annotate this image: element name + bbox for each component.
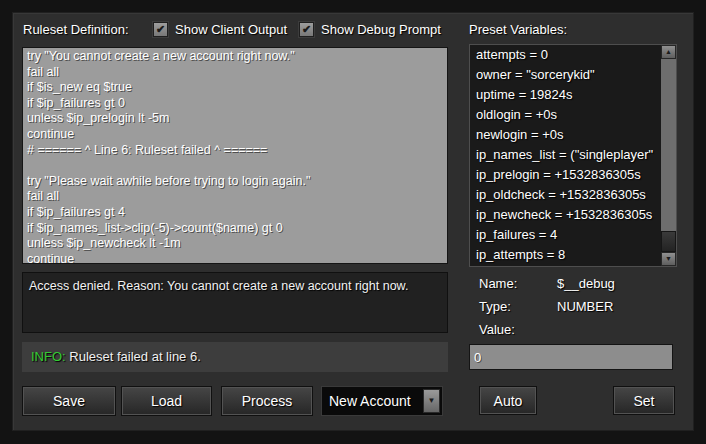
value-label: Value: bbox=[479, 322, 515, 337]
ruleset-editor[interactable]: try "You cannot create a new account rig… bbox=[22, 47, 448, 264]
auto-button[interactable]: Auto bbox=[479, 386, 537, 415]
process-button[interactable]: Process bbox=[221, 386, 313, 416]
preset-variable-row[interactable]: owner = "sorcerykid" bbox=[470, 65, 661, 85]
preset-variable-row[interactable]: ip_names_list = ("singleplayer" bbox=[470, 145, 661, 165]
list-scrollbar[interactable]: ▲ ▼ bbox=[661, 45, 676, 266]
client-output-box[interactable]: Access denied. Reason: You cannot create… bbox=[22, 272, 448, 333]
info-label: INFO: bbox=[31, 349, 66, 364]
scrollbar-track[interactable] bbox=[661, 59, 676, 252]
preset-variable-row[interactable]: newlogin = +0s bbox=[470, 125, 661, 145]
show-debug-prompt-checkbox[interactable]: ✔ bbox=[299, 22, 314, 37]
preset-variable-row[interactable]: ip_attempts = 8 bbox=[470, 245, 661, 265]
main-panel: Ruleset Definition: ✔ Show Client Output… bbox=[12, 12, 694, 431]
preset-variable-row[interactable]: uptime = 19824s bbox=[470, 85, 661, 105]
load-button[interactable]: Load bbox=[121, 386, 212, 416]
show-client-output-checkbox[interactable]: ✔ bbox=[153, 22, 168, 37]
preset-variable-row[interactable]: attempts = 0 bbox=[470, 45, 661, 65]
preset-variable-row[interactable]: ip_prelogin = +1532836305s bbox=[470, 165, 661, 185]
status-message: Ruleset failed at line 6. bbox=[66, 349, 201, 364]
name-label: Name: bbox=[479, 276, 517, 291]
preset-variable-row[interactable]: ip_oldcheck = +1532836305s bbox=[470, 185, 661, 205]
save-button[interactable]: Save bbox=[22, 386, 116, 416]
preset-variable-row[interactable]: ip_failures = 4 bbox=[470, 225, 661, 245]
preset-variables-rows: attempts = 0owner = "sorcerykid"uptime =… bbox=[470, 45, 661, 266]
show-debug-prompt-label: Show Debug Prompt bbox=[321, 22, 441, 37]
show-client-output-label: Show Client Output bbox=[175, 22, 287, 37]
scroll-down-icon[interactable]: ▼ bbox=[661, 252, 676, 266]
ruleset-definition-label: Ruleset Definition: bbox=[23, 22, 129, 37]
value-input[interactable] bbox=[469, 344, 673, 370]
name-value: $__debug bbox=[557, 276, 615, 291]
check-icon: ✔ bbox=[156, 23, 165, 35]
ruleset-debugger-window: Ruleset Definition: ✔ Show Client Output… bbox=[0, 0, 706, 444]
type-value: NUMBER bbox=[557, 299, 613, 314]
preset-variables-list[interactable]: attempts = 0owner = "sorcerykid"uptime =… bbox=[469, 44, 677, 267]
type-label: Type: bbox=[479, 299, 511, 314]
preset-variable-row[interactable]: oldlogin = +0s bbox=[470, 105, 661, 125]
check-icon: ✔ bbox=[302, 23, 311, 35]
status-bar: INFO: Ruleset failed at line 6. bbox=[22, 342, 448, 372]
ruleset-select-dropdown[interactable]: New Account ▼ bbox=[321, 386, 443, 416]
scrollbar-thumb[interactable] bbox=[661, 231, 676, 252]
scroll-up-icon[interactable]: ▲ bbox=[661, 45, 676, 59]
preset-variables-title: Preset Variables: bbox=[469, 22, 567, 37]
chevron-down-icon[interactable]: ▼ bbox=[423, 389, 440, 413]
preset-variable-row[interactable]: ip_newcheck = +1532836305s bbox=[470, 205, 661, 225]
set-button[interactable]: Set bbox=[613, 386, 675, 415]
dropdown-selected-value: New Account bbox=[329, 387, 411, 415]
